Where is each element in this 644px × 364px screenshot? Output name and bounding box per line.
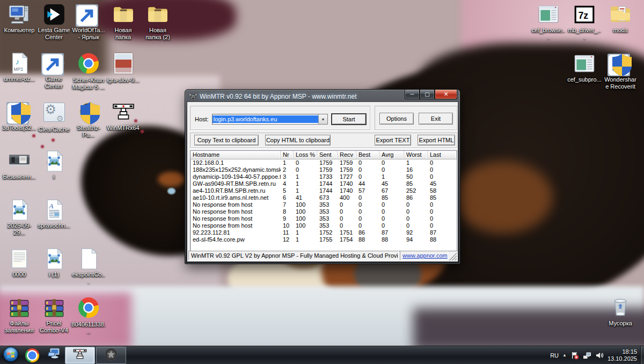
table-cell: 0 <box>404 201 428 208</box>
desktop-icon-spravochn-[interactable]: Aspravochn... <box>37 199 71 229</box>
desktop-icon-новая-папка[interactable]: Новая папка <box>106 3 141 41</box>
table-row[interactable]: 192.168.0.110175917590010 <box>191 159 457 166</box>
desktop-icon-game-center[interactable]: Game Center <box>37 52 71 90</box>
language-indicator[interactable]: RU <box>550 352 559 359</box>
show-desktop-button[interactable] <box>640 346 644 364</box>
table-row[interactable]: ae4-110.RT.BM.SPB.retn.ru511744174057672… <box>191 187 457 194</box>
column-header-hostname[interactable]: Hostname <box>191 151 281 159</box>
column-header-last[interactable]: Last <box>428 151 457 159</box>
desktop-icon-cef-browse-[interactable]: cef_browse... <box>531 3 566 41</box>
table-row[interactable]: 188x235x125x252.dynamic.tomsk.ert...2017… <box>191 166 457 173</box>
table-row[interactable]: No response from host910035300000 <box>191 215 457 222</box>
taskbar-chrome-button[interactable] <box>21 346 43 364</box>
table-cell: 94 <box>404 236 428 243</box>
table-cell: 0 <box>379 159 404 166</box>
resize-grip[interactable] <box>449 251 457 260</box>
table-cell: 0 <box>338 222 356 229</box>
desktop-icon-label: 8040611338... <box>71 321 106 335</box>
table-cell: 1 <box>379 173 404 180</box>
export-text-button[interactable]: Export TEXT <box>375 135 411 145</box>
options-button[interactable]: Options <box>379 113 414 125</box>
table-cell: 1 <box>294 187 317 194</box>
desktop-icon-label: Scher-Khan Magicar 5 ... <box>71 77 106 91</box>
column-header-loss[interactable]: Loss % <box>294 151 317 159</box>
column-header-recv[interactable]: Recv <box>338 151 356 159</box>
desktop-icon-pricel-combo-v4[interactable]: Pricel Combo-V4 <box>37 296 71 334</box>
desktop-icon-ummet-oz-[interactable]: ♪MP3ummet-oz... <box>2 52 36 83</box>
desktop-icon-2025-09-29-[interactable]: 2025-09-29... <box>2 199 36 236</box>
desktop-icon-мусорка[interactable]: Мусорка <box>603 296 638 327</box>
table-row[interactable]: No response from host710035300000 <box>191 201 457 208</box>
host-value[interactable]: login.p3.worldoftanks.eu <box>213 115 318 123</box>
start-button-orb[interactable] <box>0 346 21 364</box>
desktop-icon-clearcache[interactable]: ⚙⚙ClearCache <box>37 101 71 133</box>
desktop-icon-lesta-game-center[interactable]: Lesta Game Center <box>37 3 71 41</box>
desktop-icon-i[interactable]: i <box>37 150 71 180</box>
taskbar-winmtr-button[interactable] <box>65 347 95 364</box>
desktop-icon-файлы-заявления[interactable]: Файлы заявления <box>2 296 36 334</box>
taskbar-wot-button[interactable] <box>96 347 126 364</box>
appnor-link[interactable]: www.appnor.com <box>402 252 448 259</box>
hidden-icons-chevron[interactable]: ▲ <box>562 353 567 358</box>
copy-html-button[interactable]: Copy HTML to clipboard <box>265 135 331 145</box>
table-row[interactable]: No response from host810035300000 <box>191 208 457 215</box>
table-row[interactable]: 92.223.112.811111752175186879287 <box>191 229 457 236</box>
desktop-icon-scher-khan-magicar-5-[interactable]: Scher-Khan Magicar 5 ... <box>71 52 106 91</box>
desktop-icon-label: 3uTools(32... <box>2 125 36 132</box>
table-row[interactable]: dynamicip-109-194-40-57.pppoe.tom...3117… <box>191 173 457 180</box>
desktop-icon-3utools-32-[interactable]: 33uTools(32... <box>2 101 36 132</box>
desktop-icon-безымянн-[interactable]: Безымянн... <box>2 150 36 180</box>
table-row[interactable]: ed-sl-f54.fe.core.pw1211755175488889488 <box>191 236 457 243</box>
host-combobox[interactable]: login.p3.worldoftanks.eu ▼ <box>212 114 328 125</box>
winmtr-window: WinMTR v0.92 64 bit by Appnor MSP - www.… <box>185 89 460 264</box>
desktop-icon-mb-driver-[interactable]: 7zmb_driver_... <box>567 3 602 41</box>
window-titlebar[interactable]: WinMTR v0.92 64 bit by Appnor MSP - www.… <box>187 91 458 102</box>
desktop-icon-label: mods <box>603 27 638 34</box>
desktop-icon-stealthz-pa-[interactable]: Stealthz-Pa... <box>71 101 106 139</box>
desktop-icon-mods[interactable]: mods <box>603 3 638 34</box>
desktop-icon-компьютер[interactable]: Компьютер <box>2 3 36 34</box>
start-button[interactable]: Start <box>331 113 367 125</box>
export-html-button[interactable]: Export HTML <box>418 135 455 145</box>
close-button[interactable]: ✕ <box>435 90 457 99</box>
table-cell: 88 <box>428 236 457 243</box>
exit-button[interactable]: Exit <box>419 113 453 125</box>
column-header-worst[interactable]: Worst <box>404 151 428 159</box>
desktop-icon-8040611338-[interactable]: 8040611338... <box>71 296 106 335</box>
table-row[interactable]: No response from host1010035300000 <box>191 222 457 229</box>
desktop-icon-cef-subpro-[interactable]: cef_subpro... <box>567 53 602 83</box>
network-icon[interactable] <box>583 351 591 360</box>
minimize-button[interactable]: ─ <box>405 90 420 99</box>
desktop-icon-label: spravochn... <box>37 222 71 229</box>
taskbar-clock[interactable]: 18:15 13.10.2025 <box>608 348 637 362</box>
table-cell: 673 <box>317 194 338 201</box>
column-header-best[interactable]: Best <box>356 151 379 159</box>
volume-icon[interactable] <box>595 351 604 360</box>
desktop-icon-0000[interactable]: 0000 <box>2 247 36 278</box>
maximize-button[interactable]: ▢ <box>420 90 435 99</box>
table-cell: GW-as9049-RT.BM.SPB.retn.ru <box>191 180 281 187</box>
action-center-flag-icon[interactable] <box>570 351 579 360</box>
desktop-icon-label: 0000 <box>2 271 36 278</box>
desktop-icon-igra-slov-9-[interactable]: igra-slov-9... <box>106 52 141 84</box>
desktop-icon-новая-папка-2-[interactable]: Новая папка (2) <box>141 3 175 41</box>
table-row[interactable]: ae10-10.rt.ir9.ams.nl.retn.net6416734000… <box>191 194 457 201</box>
column-header-sent[interactable]: Sent <box>317 151 338 159</box>
table-cell: 88 <box>379 236 404 243</box>
desktop-icon-ekspointco-[interactable]: ekspointCo... <box>71 247 106 285</box>
desktop-icon-wondershare-recoverit[interactable]: Wondershare Recoverit <box>603 53 638 90</box>
column-header-avrg[interactable]: Avrg <box>379 151 404 159</box>
table-cell: 5 <box>281 187 294 194</box>
desktop-icon-worldofta-ярлык[interactable]: WorldOfTa... - Ярлык <box>71 3 106 41</box>
desktop-icon-winmtrx64[interactable]: WinMTRx64 <box>106 101 141 132</box>
table-row[interactable]: GW-as9049-RT.BM.SPB.retn.ru4117441740444… <box>191 180 457 187</box>
taskbar-remote-pc-button[interactable] <box>43 346 64 364</box>
copy-text-button[interactable]: Copy Text to clipboard <box>194 135 259 145</box>
photo-shape <box>167 188 175 194</box>
column-header-nr[interactable]: Nr <box>281 151 294 159</box>
winmtr-app-icon <box>189 93 197 100</box>
table-cell: 67 <box>379 187 404 194</box>
table-cell: 0 <box>356 222 379 229</box>
desktop-icon-i-1-[interactable]: i (1) <box>37 247 71 278</box>
chevron-down-icon[interactable]: ▼ <box>318 114 327 124</box>
